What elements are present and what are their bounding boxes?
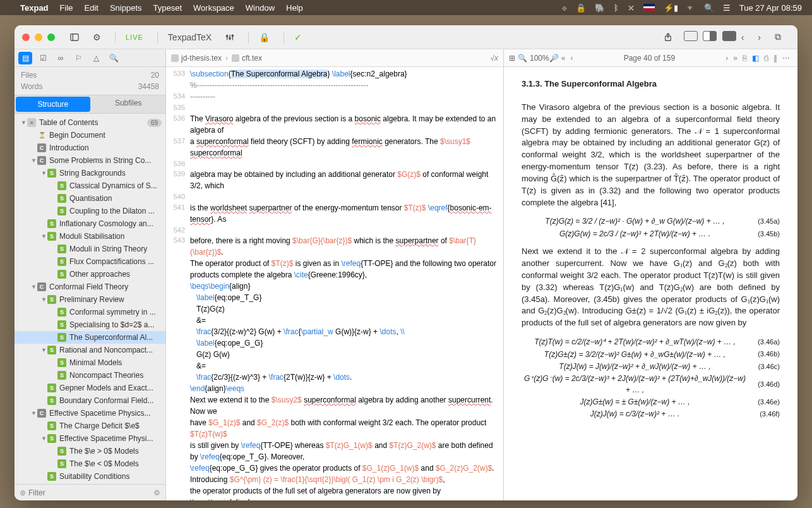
view-mode-preview-only-icon[interactable] — [722, 31, 736, 41]
view-mode-split-icon[interactable] — [703, 31, 717, 41]
code-line[interactable]: 536The Virasoro algebra of the previous … — [166, 113, 503, 136]
outline-item[interactable]: SThe Superconformal Al... — [15, 331, 165, 344]
language-flag-icon[interactable] — [643, 3, 655, 13]
outline-item[interactable]: SBoundary Conformal Field... — [15, 394, 165, 407]
outline-item[interactable]: SThe $\e > 0$ Models — [15, 445, 165, 457]
sidebar-tab-outline-icon[interactable]: ▤ — [18, 52, 32, 64]
preview-sync-icon[interactable]: ⎘ — [740, 54, 749, 63]
outline-item[interactable]: SThe $\e < 0$ Models — [15, 457, 165, 470]
code-line[interactable]: \beqs\begin{align} — [166, 497, 503, 500]
outline-item[interactable]: SSpecialising to $d=2$ a... — [15, 318, 165, 331]
menu-file[interactable]: File — [60, 3, 73, 13]
sidebar-tab-warning-icon[interactable]: △ — [89, 52, 103, 64]
menu-typeset[interactable]: Typeset — [153, 3, 182, 13]
window-maximize[interactable] — [47, 33, 55, 41]
lock-button-icon[interactable]: 🔒 — [254, 30, 275, 44]
outline-item[interactable]: SModuli in String Theory — [15, 243, 165, 255]
code-line[interactable]: \label{eq:ope_T_G} — [166, 292, 503, 303]
sidebar-tab-todo-icon[interactable]: ☑ — [36, 52, 50, 64]
zoom-search-icon[interactable]: 🔍 — [518, 54, 527, 63]
view-mode-selector[interactable] — [681, 31, 736, 44]
outline-item[interactable]: SGepner Models and Exact... — [15, 382, 165, 394]
zoom-dropdown-icon[interactable]: 🔎 — [549, 54, 559, 63]
settings-icon[interactable]: ⚙︎ — [88, 30, 106, 44]
menu-window[interactable]: Window — [246, 3, 275, 13]
code-line[interactable]: &= — [166, 315, 503, 326]
code-line[interactable]: 543before, there is a right moving $\bar… — [166, 235, 503, 258]
do-not-disturb-icon[interactable]: ⤫ — [628, 3, 635, 13]
code-line[interactable]: Next we extend it to the $\susy2$ superc… — [166, 394, 503, 417]
code-line[interactable]: \refeq{eq:ope_G_G} gives the operator pr… — [166, 463, 503, 485]
dropbox-icon[interactable]: ⟐ — [562, 3, 567, 13]
code-line[interactable]: \frac{3/2}{(z-w)^2} G(w) + \frac{\partia… — [166, 326, 503, 337]
outline-item[interactable]: SClassical Dynamics of S... — [15, 179, 165, 192]
code-line[interactable]: The operator product of $T(z)$ is given … — [166, 258, 503, 269]
preview-nav-next-icon[interactable]: › — [723, 54, 731, 63]
code-line[interactable]: \beqs\begin{align} — [166, 281, 503, 292]
share-icon[interactable] — [659, 31, 678, 44]
code-line[interactable]: 541is the worldsheet superpartner of the… — [166, 202, 503, 225]
code-line[interactable]: is still given by \refeq{TT-OPE} whereas… — [166, 440, 503, 463]
sidebar-tab-search-icon[interactable]: 🔍 — [107, 52, 121, 64]
bluetooth-icon[interactable]: ᛒ — [614, 3, 619, 13]
menubar-app-name[interactable]: Texpad — [20, 3, 49, 13]
breadcrumb-file[interactable]: cft.tex — [232, 54, 262, 63]
preview-pause-icon[interactable]: ‖ — [771, 54, 780, 63]
outline-item[interactable]: SFlux Compactifications ... — [15, 255, 165, 268]
code-line[interactable]: the operator products of the full set of… — [166, 485, 503, 497]
code-line[interactable]: \label{eq:ope_G_G} — [166, 337, 503, 349]
preview-nav-first-icon[interactable]: « — [559, 54, 568, 63]
lock-icon[interactable]: 🔒 — [576, 3, 586, 13]
evernote-icon[interactable]: 🐘 — [595, 3, 605, 13]
menu-workspace[interactable]: Workspace — [193, 3, 234, 13]
code-line[interactable]: 542 — [166, 225, 503, 236]
filter-settings-icon[interactable]: ⚙︎ — [153, 488, 160, 497]
editor-text-area[interactable]: 533\subsection{The Superconformal Algebr… — [166, 67, 503, 500]
window-minimize[interactable] — [35, 33, 42, 41]
preview-nav-prev-icon[interactable]: ‹ — [568, 54, 575, 63]
outline-item[interactable]: SMinimal Models — [15, 356, 165, 369]
outline-item[interactable]: SInflationary Cosmology an... — [15, 217, 165, 230]
view-mode-editor-only-icon[interactable] — [684, 31, 698, 41]
outline-tree[interactable]: ▼ ≡ Table of Contents 69 ⏳Begin Document… — [15, 114, 165, 484]
outline-item[interactable]: SQuantisation — [15, 192, 165, 205]
wifi-icon[interactable]: ᯤ — [687, 3, 695, 13]
code-line[interactable]: have $G_1(z)$ and $G_2(z)$ both with con… — [166, 417, 503, 440]
preview-more-icon[interactable]: ⋯ — [780, 54, 792, 63]
code-line[interactable]: \end{align}\eeqs — [166, 383, 503, 394]
nav-back-icon[interactable]: ‹ — [736, 30, 749, 44]
control-center-icon[interactable]: ☰ — [723, 3, 731, 13]
code-line[interactable]: products complete the algebra \cite{Gree… — [166, 269, 503, 281]
preview-nav-last-icon[interactable]: » — [731, 54, 740, 63]
code-line[interactable]: 535 — [166, 102, 503, 113]
engine-label[interactable]: TexpadTeX — [163, 30, 217, 44]
outline-item[interactable]: ▼CEffective Spacetime Physics... — [15, 407, 165, 420]
typeset-live-button[interactable]: LIVE — [121, 32, 148, 43]
tab-structure[interactable]: Structure — [16, 97, 90, 112]
sidebar-tab-link-icon[interactable]: ∞ — [54, 52, 68, 64]
breadcrumb-root[interactable]: jd-thesis.tex — [171, 54, 222, 63]
code-line[interactable]: 540 — [166, 191, 503, 202]
outline-item[interactable]: SThe Charge Deficit $\e$ — [15, 420, 165, 432]
preview-print-icon[interactable]: ⎙ — [761, 54, 771, 63]
code-line[interactable]: %---------------------------------------… — [166, 80, 503, 91]
code-line[interactable]: 534---------- — [166, 91, 503, 102]
pdf-grid-icon[interactable]: ⊞ — [509, 54, 515, 63]
code-line[interactable]: 538 — [166, 159, 503, 169]
outline-item[interactable]: ▼CSome Problems in String Co... — [15, 154, 165, 167]
nav-forward-icon[interactable]: › — [753, 30, 766, 44]
outline-item[interactable]: ▼SString Backgrounds — [15, 167, 165, 179]
spotlight-icon[interactable]: 🔍 — [704, 3, 714, 13]
preview-sync2-icon[interactable]: ◧ — [749, 54, 761, 63]
menu-edit[interactable]: Edit — [85, 3, 99, 13]
code-line[interactable]: T(z)G(z) — [166, 303, 503, 315]
code-line[interactable]: G(z) G(w) — [166, 349, 503, 360]
outline-item[interactable]: ⏳Begin Document — [15, 129, 165, 142]
battery-icon[interactable]: ⚡▮ — [664, 3, 678, 13]
window-close[interactable] — [22, 33, 30, 41]
outline-item[interactable]: SSuitability Conditions — [15, 470, 165, 483]
outline-toc-header[interactable]: ▼ ≡ Table of Contents 69 — [15, 116, 165, 129]
code-line[interactable]: 539algebra may be obtained by including … — [166, 169, 503, 191]
menubar-clock[interactable]: Tue 27 Apr 08:59 — [739, 3, 802, 13]
outline-item[interactable]: SNoncompact Theories — [15, 369, 165, 382]
